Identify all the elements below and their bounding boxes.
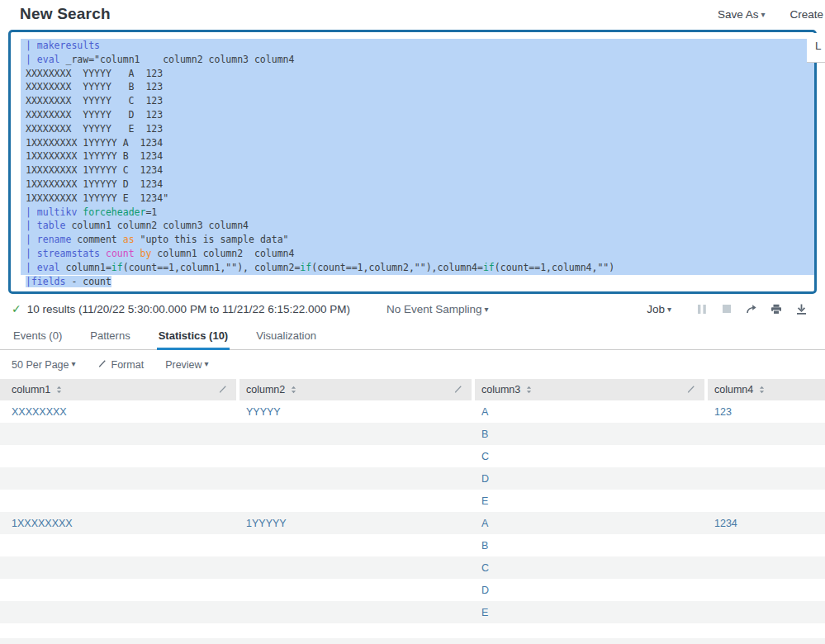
selected-text: 1XXXXXXXX 1YYYYY C 1234 — [26, 164, 163, 176]
edit-column-icon[interactable] — [686, 384, 696, 394]
selected-text: | streamstats count by column1 column2 c… — [26, 248, 294, 259]
pause-button[interactable] — [690, 301, 714, 316]
cell-column1 — [0, 490, 239, 512]
cell-column4 — [708, 601, 825, 623]
search-query[interactable]: | makeresults| eval _raw="column1 column… — [21, 39, 814, 288]
selected-text: | makeresults — [26, 40, 100, 51]
pause-icon — [697, 304, 707, 315]
pencil-icon — [97, 358, 111, 371]
cell-value[interactable]: C — [481, 451, 489, 462]
edit-column-icon[interactable] — [453, 384, 463, 394]
query-line[interactable]: 1XXXXXXXX 1YYYYY B 1234 — [21, 149, 814, 163]
sort-icon[interactable] — [758, 385, 766, 395]
export-download-button[interactable] — [789, 301, 813, 316]
cell-column2 — [239, 579, 475, 601]
preview-dropdown[interactable]: Preview▾ — [165, 359, 209, 371]
query-line[interactable]: | makeresults — [21, 39, 814, 53]
cell-value[interactable]: D — [481, 473, 489, 485]
time-range-picker[interactable]: L — [807, 33, 825, 63]
share-icon — [746, 304, 758, 315]
search-input[interactable]: | makeresults| eval _raw="column1 column… — [8, 30, 817, 294]
format-button[interactable]: Format — [97, 358, 145, 371]
cell-value[interactable]: A — [481, 406, 488, 418]
query-line[interactable]: | rename comment as "upto this is sample… — [21, 233, 814, 247]
save-as-button[interactable]: Save As▾ — [718, 8, 766, 21]
cell-value[interactable]: 123 — [714, 406, 732, 418]
cell-value[interactable]: 1YYYYY — [246, 518, 287, 529]
job-dropdown[interactable]: Job▾ — [647, 303, 671, 315]
tab-events-0[interactable]: Events (0) — [12, 324, 64, 349]
table-header: column1column2column3column4 — [0, 379, 825, 400]
create-button[interactable]: Create — [789, 8, 823, 21]
cell-column4: 123 — [708, 400, 825, 423]
cell-column1 — [0, 467, 239, 490]
query-line[interactable]: 1XXXXXXXX 1YYYYY D 1234 — [21, 178, 814, 192]
cell-value[interactable]: XXXXXXXX — [12, 406, 67, 418]
cell-value[interactable]: D — [481, 585, 489, 596]
cell-column2 — [239, 445, 475, 467]
cell-value[interactable]: 1XXXXXXXX — [12, 518, 73, 529]
cell-column2 — [239, 423, 475, 445]
query-line[interactable]: XXXXXXXX YYYYY C 123 — [21, 94, 814, 108]
cell-column3: D — [475, 579, 708, 601]
query-line[interactable]: 1XXXXXXXX 1YYYYY A 1234 — [21, 136, 814, 150]
cell-value[interactable]: C — [481, 562, 489, 574]
query-line[interactable]: XXXXXXXX YYYYY A 123 — [21, 67, 814, 81]
event-sampling-dropdown[interactable]: No Event Sampling▾ — [386, 303, 489, 315]
table-row: B — [0, 534, 825, 556]
cell-value[interactable]: YYYYY — [246, 406, 281, 418]
column-label: column1 — [12, 384, 50, 395]
selected-text: | table column1 column2 column3 column4 — [26, 220, 249, 231]
cell-value[interactable]: A — [481, 518, 488, 529]
query-line[interactable]: |fields - count — [21, 275, 814, 289]
sort-icon[interactable] — [290, 385, 297, 395]
column-header-column2[interactable]: column2 — [239, 379, 475, 400]
cell-column2 — [239, 556, 475, 579]
column-label: column4 — [714, 384, 753, 395]
cell-value[interactable]: B — [481, 540, 488, 552]
query-line[interactable]: XXXXXXXX YYYYY D 123 — [21, 108, 814, 122]
selected-text: 1XXXXXXXX 1YYYYY B 1234 — [26, 150, 163, 162]
cell-column3: A — [475, 512, 708, 534]
cell-column4 — [708, 579, 825, 601]
query-line[interactable]: | eval column1=if(count==1,column1,""), … — [21, 261, 814, 275]
cell-column4 — [708, 556, 825, 579]
query-line[interactable]: XXXXXXXX YYYYY B 123 — [21, 80, 814, 94]
cell-column1: 1XXXXXXXX — [0, 512, 239, 534]
query-line[interactable]: XXXXXXXX YYYYY E 123 — [21, 122, 814, 136]
table-row: E — [0, 490, 825, 512]
column-header-column1[interactable]: column1 — [0, 379, 239, 400]
query-line[interactable]: | table column1 column2 column3 column4 — [21, 219, 814, 233]
selected-text: 1XXXXXXXX 1YYYYY D 1234 — [26, 178, 163, 190]
tab-patterns[interactable]: Patterns — [88, 324, 131, 349]
cell-value[interactable]: 1234 — [714, 518, 737, 529]
search-bar-area: | makeresults| eval _raw="column1 column… — [8, 30, 817, 294]
table-filler-row — [0, 638, 825, 644]
cell-value[interactable]: E — [481, 607, 488, 618]
query-line[interactable]: | eval _raw="column1 column2 column3 col… — [21, 53, 814, 67]
tab-statistics-10[interactable]: Statistics (10) — [157, 324, 230, 349]
selected-text: XXXXXXXX YYYYY A 123 — [26, 68, 163, 79]
table-row: D — [0, 467, 825, 490]
query-line[interactable]: | multikv forceheader=1 — [21, 206, 814, 220]
query-line[interactable]: 1XXXXXXXX 1YYYYY E 1234" — [21, 192, 814, 206]
table-row: C — [0, 556, 825, 579]
sort-icon[interactable] — [55, 385, 63, 395]
per-page-dropdown[interactable]: 50 Per Page▾ — [12, 359, 76, 371]
selected-text: XXXXXXXX YYYYY D 123 — [26, 109, 163, 121]
stop-button[interactable] — [714, 301, 739, 316]
cell-column3: E — [475, 601, 708, 623]
print-button[interactable] — [764, 301, 789, 316]
print-icon — [770, 304, 782, 315]
tab-visualization[interactable]: Visualization — [254, 324, 318, 349]
cell-value[interactable]: E — [481, 495, 488, 507]
cell-column4 — [708, 445, 825, 467]
cell-value[interactable]: B — [481, 429, 488, 440]
sort-icon[interactable] — [525, 385, 533, 395]
query-line[interactable]: | streamstats count by column1 column2 c… — [21, 247, 814, 261]
share-button[interactable] — [739, 301, 764, 316]
query-line[interactable]: 1XXXXXXXX 1YYYYY C 1234 — [21, 163, 814, 178]
column-header-column3[interactable]: column3 — [475, 379, 708, 400]
column-header-column4[interactable]: column4 — [708, 379, 825, 400]
edit-column-icon[interactable] — [218, 384, 228, 394]
